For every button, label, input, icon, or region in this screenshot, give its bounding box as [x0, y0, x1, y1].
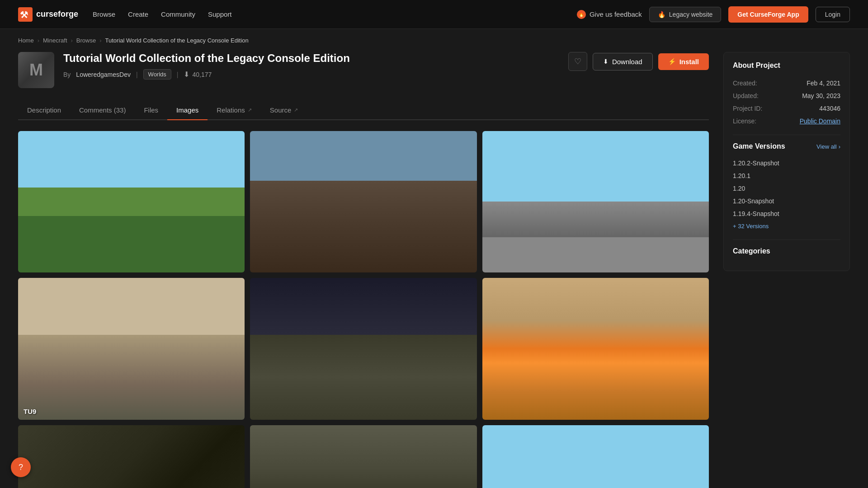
image-cell-4[interactable]: TU9 — [18, 278, 245, 419]
view-all-button[interactable]: View all › — [816, 143, 840, 150]
categories-title: Categories — [733, 247, 840, 255]
get-app-button[interactable]: Get CurseForge App — [728, 6, 808, 23]
about-title: About Project — [733, 61, 840, 70]
project-meta: By LoweredgamesDev | Worlds | ⬇ 40,177 — [63, 69, 559, 80]
version-item-5[interactable]: 1.19.4-Snapshot — [733, 207, 840, 220]
project-title: Tutorial World Collection of the Legacy … — [63, 52, 559, 65]
tab-description[interactable]: Description — [18, 101, 70, 120]
project-id-row: Project ID: 443046 — [733, 102, 840, 115]
login-button[interactable]: Login — [816, 7, 850, 22]
image-cell-3[interactable] — [482, 131, 709, 272]
favorite-button[interactable]: ♡ — [568, 52, 587, 71]
version-item-4[interactable]: 1.20-Snapshot — [733, 195, 840, 207]
image-cell-6[interactable] — [482, 278, 709, 419]
updated-row: Updated: May 30, 2023 — [733, 89, 840, 102]
download-arrow-icon: ⬇ — [603, 58, 609, 65]
versions-header: Game Versions View all › — [733, 142, 840, 150]
project-by: By — [63, 71, 71, 78]
version-item-1[interactable]: 1.20.2-Snapshot — [733, 157, 840, 169]
install-label: Install — [679, 58, 699, 66]
versions-title: Game Versions — [733, 142, 785, 150]
nav-browse[interactable]: Browse — [93, 10, 115, 18]
tab-relations[interactable]: Relations ↗ — [208, 101, 261, 120]
content-area: M Tutorial World Collection of the Legac… — [18, 52, 709, 488]
install-button[interactable]: ⚡ Install — [658, 53, 709, 70]
project-info: Tutorial World Collection of the Legacy … — [63, 52, 559, 80]
nav-community[interactable]: Community — [161, 10, 195, 18]
legacy-website-button[interactable]: 🔥 Legacy website — [649, 7, 722, 22]
download-label: Download — [612, 58, 642, 66]
meta-sep-1: | — [136, 71, 138, 78]
updated-value: May 30, 2023 — [802, 92, 840, 99]
main-container: M Tutorial World Collection of the Legac… — [0, 52, 868, 488]
svg-text:⚒: ⚒ — [20, 10, 28, 20]
project-id-label: Project ID: — [733, 105, 762, 112]
tabs: Description Comments (33) Files Images R… — [18, 101, 709, 120]
updated-label: Updated: — [733, 92, 759, 99]
version-item-2[interactable]: 1.20.1 — [733, 169, 840, 182]
tab-comments[interactable]: Comments (33) — [70, 101, 135, 120]
tab-comments-label: Comments (33) — [79, 106, 126, 114]
meta-sep-2: | — [177, 71, 179, 78]
tab-files-label: Files — [144, 106, 158, 114]
nav-support[interactable]: Support — [208, 10, 232, 18]
support-button[interactable]: ? — [11, 457, 31, 477]
logo-text: curseforge — [36, 9, 78, 19]
license-row: License: Public Domain — [733, 115, 840, 127]
image-cell-2[interactable] — [250, 131, 476, 272]
nav-links: Browse Create Community Support — [93, 10, 231, 18]
feedback-icon: 🔥 — [577, 10, 586, 19]
view-all-label: View all — [816, 143, 837, 150]
category-tag-worlds[interactable]: Worlds — [143, 69, 171, 80]
feedback-button[interactable]: 🔥 Give us feedback — [577, 10, 642, 19]
image-cell-7[interactable] — [18, 425, 245, 488]
heart-icon: ♡ — [574, 56, 581, 66]
divider-1 — [733, 135, 840, 135]
download-button[interactable]: ⬇ Download — [593, 53, 653, 70]
tab-source-label: Source — [270, 106, 292, 114]
created-row: Created: Feb 4, 2021 — [733, 77, 840, 89]
breadcrumb-current: Tutorial World Collection of the Legacy … — [105, 37, 249, 44]
breadcrumb-home[interactable]: Home — [18, 37, 34, 44]
feedback-label: Give us feedback — [590, 10, 642, 18]
created-value: Feb 4, 2021 — [807, 80, 840, 87]
sidebar: About Project Created: Feb 4, 2021 Updat… — [723, 52, 850, 488]
tab-source[interactable]: Source ↗ — [261, 101, 307, 120]
tab-relations-label: Relations — [217, 106, 245, 114]
breadcrumb-minecraft[interactable]: Minecraft — [43, 37, 67, 44]
project-id-value: 443046 — [819, 105, 840, 112]
download-count: ⬇ 40,177 — [184, 70, 212, 79]
breadcrumb-browse[interactable]: Browse — [76, 37, 96, 44]
download-icon: ⬇ — [184, 70, 189, 79]
versions-more[interactable]: + 32 Versions — [733, 220, 840, 232]
image-cell-8[interactable] — [250, 425, 476, 488]
version-item-3[interactable]: 1.20 — [733, 182, 840, 195]
tab-images[interactable]: Images — [167, 101, 208, 120]
image-cell-5[interactable] — [250, 278, 476, 419]
project-actions: ♡ ⬇ Download ⚡ Install — [568, 52, 709, 71]
source-external-icon: ↗ — [294, 107, 298, 113]
license-value[interactable]: Public Domain — [800, 117, 840, 125]
logo-icon: ⚒ — [18, 7, 33, 22]
project-icon-image: M — [18, 52, 54, 88]
breadcrumb-sep-2: › — [71, 37, 73, 44]
image-cell-9[interactable] — [482, 425, 709, 488]
support-icon: ? — [19, 463, 23, 472]
divider-2 — [733, 239, 840, 240]
nav-create[interactable]: Create — [128, 10, 148, 18]
about-project-card: About Project Created: Feb 4, 2021 Updat… — [723, 52, 850, 271]
legacy-label: Legacy website — [669, 11, 713, 18]
image-label-tu9: TU9 — [24, 408, 36, 415]
install-cf-icon: ⚡ — [668, 58, 676, 65]
breadcrumb-sep-1: › — [38, 37, 39, 44]
legacy-fire-icon: 🔥 — [658, 11, 665, 18]
license-label: License: — [733, 117, 756, 125]
logo[interactable]: ⚒ curseforge — [18, 7, 78, 22]
download-number: 40,177 — [192, 71, 212, 78]
project-author[interactable]: LoweredgamesDev — [76, 71, 131, 78]
tab-images-label: Images — [176, 106, 198, 114]
image-cell-1[interactable] — [18, 131, 245, 272]
nav-right: 🔥 Give us feedback 🔥 Legacy website Get … — [577, 6, 850, 23]
project-icon: M — [18, 52, 54, 88]
tab-files[interactable]: Files — [135, 101, 167, 120]
